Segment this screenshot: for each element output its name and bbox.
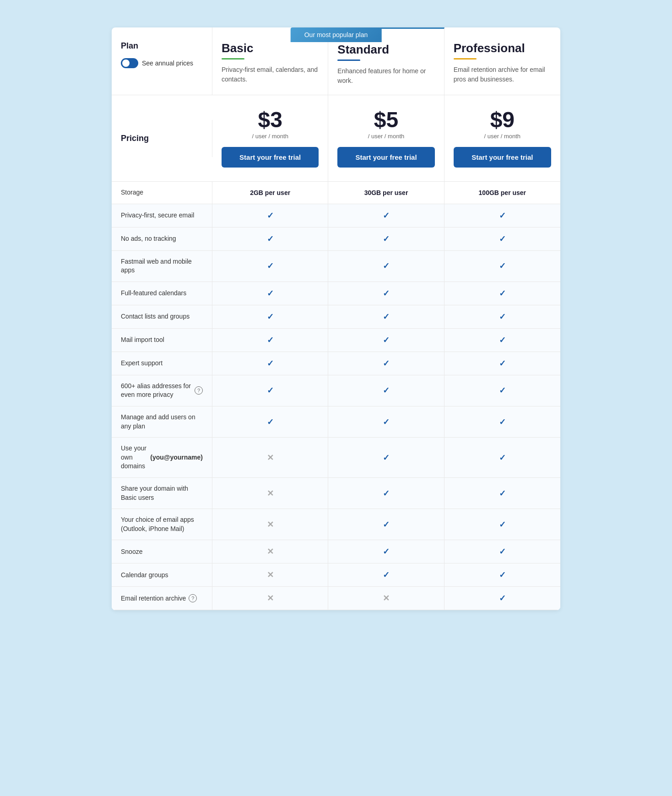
check-icon: ✓ [383,385,390,395]
check-icon: ✓ [499,335,506,345]
x-icon: ✕ [267,593,274,603]
standard-feature-value: ✓ [328,204,444,227]
standard-underline [337,60,360,61]
feature-row: Privacy-first, secure email✓✓✓ [112,204,560,227]
toggle-row: See annual prices [121,58,203,68]
professional-underline [454,58,477,60]
feature-row: Share your domain with Basic users✕✓✓ [112,478,560,509]
basic-feature-value: ✓ [212,329,328,352]
basic-price-col: $3 / user / month Start your free trial [212,95,328,181]
professional-plan-header: Professional Email retention archive for… [444,27,560,95]
standard-feature-value: ✓ [328,406,444,437]
basic-feature-value: ✓ [212,227,328,250]
professional-feature-value: ✓ [444,305,560,328]
professional-feature-value: ✓ [444,204,560,227]
professional-feature-value: ✓ [444,509,560,540]
professional-feature-value: ✓ [444,540,560,563]
check-icon: ✓ [499,234,506,244]
feature-row: Full-featured calendars✓✓✓ [112,282,560,305]
popular-badge: Our most popular plan [291,27,382,42]
basic-feature-value: ✓ [212,352,328,375]
professional-price-unit: / user / month [454,133,551,140]
basic-plan-name: Basic [222,41,319,55]
help-icon[interactable]: ? [195,386,203,395]
professional-feature-value: ✓ [444,375,560,406]
basic-feature-value: ✕ [212,540,328,563]
standard-feature-value: ✓ [328,375,444,406]
check-icon: ✓ [383,312,390,322]
standard-price-unit: / user / month [337,133,434,140]
check-icon: ✓ [499,385,506,395]
feature-name-cell: Full-featured calendars [112,282,212,305]
check-icon: ✓ [267,261,274,271]
basic-feature-value: ✓ [212,204,328,227]
feature-row: Your choice of email apps (Outlook, iPho… [112,509,560,540]
feature-row: Snooze✕✓✓ [112,540,560,563]
help-icon[interactable]: ? [189,594,197,602]
basic-plan-desc: Privacy-first email, calendars, and cont… [222,65,319,84]
standard-feature-value: ✓ [328,329,444,352]
professional-price-col: $9 / user / month Start your free trial [444,95,560,181]
check-icon: ✓ [499,520,506,530]
x-icon: ✕ [383,593,390,603]
check-icon: ✓ [267,358,274,368]
standard-feature-value: ✓ [328,540,444,563]
standard-feature-value: ✓ [328,563,444,586]
professional-feature-value: ✓ [444,352,560,375]
check-icon: ✓ [383,547,390,557]
features-section: Storage2GB per user30GB per user100GB pe… [112,182,560,610]
feature-name-cell: Email retention archive? [112,587,212,610]
x-icon: ✕ [267,547,274,557]
check-icon: ✓ [499,358,506,368]
standard-plan-desc: Enhanced features for home or work. [337,66,434,86]
professional-feature-value: ✓ [444,251,560,282]
feature-name-cell: Mail import tool [112,329,212,352]
feature-name-cell: No ads, no tracking [112,227,212,250]
check-icon: ✓ [267,335,274,345]
basic-feature-value: ✓ [212,305,328,328]
check-icon: ✓ [267,312,274,322]
basic-feature-value: ✕ [212,563,328,586]
annual-prices-toggle[interactable] [121,58,138,68]
check-icon: ✓ [383,417,390,427]
plan-column-title: Plan [121,41,203,51]
feature-name-cell: Manage and add users on any plan [112,406,212,437]
basic-price: $3 [222,109,319,131]
basic-trial-button[interactable]: Start your free trial [222,147,319,168]
feature-name-cell: Share your domain with Basic users [112,478,212,509]
x-icon: ✕ [267,488,274,498]
standard-feature-value: 30GB per user [328,182,444,204]
basic-feature-value: ✓ [212,282,328,305]
standard-price: $5 [337,109,434,131]
check-icon: ✓ [499,288,506,298]
feature-row: Manage and add users on any plan✓✓✓ [112,406,560,438]
feature-name-cell: Privacy-first, secure email [112,204,212,227]
pricing-section: Pricing $3 / user / month Start your fre… [112,95,560,182]
basic-feature-value: ✕ [212,478,328,509]
standard-feature-value: ✓ [328,509,444,540]
pricing-label: Pricing [121,134,149,143]
professional-feature-value: ✓ [444,563,560,586]
basic-feature-value: ✓ [212,406,328,437]
basic-price-unit: / user / month [222,133,319,140]
feature-row: Mail import tool✓✓✓ [112,329,560,352]
standard-feature-value: ✓ [328,438,444,477]
professional-trial-button[interactable]: Start your free trial [454,147,551,168]
check-icon: ✓ [383,211,390,221]
check-icon: ✓ [499,261,506,271]
standard-feature-value: ✓ [328,282,444,305]
feature-name-cell: Your choice of email apps (Outlook, iPho… [112,509,212,540]
pricing-table: Plan See annual prices Basic Privacy-fir… [112,27,560,610]
professional-feature-value: ✓ [444,587,560,610]
feature-name-cell: Fastmail web and mobile apps [112,251,212,282]
check-icon: ✓ [267,211,274,221]
basic-feature-value: 2GB per user [212,182,328,204]
check-icon: ✓ [383,288,390,298]
check-icon: ✓ [499,488,506,498]
basic-feature-value: ✓ [212,251,328,282]
popular-badge-label: Our most popular plan [304,31,368,38]
standard-trial-button[interactable]: Start your free trial [337,147,434,168]
basic-feature-value: ✕ [212,438,328,477]
check-icon: ✓ [499,570,506,580]
professional-plan-desc: Email retention archive for email pros a… [454,65,551,84]
